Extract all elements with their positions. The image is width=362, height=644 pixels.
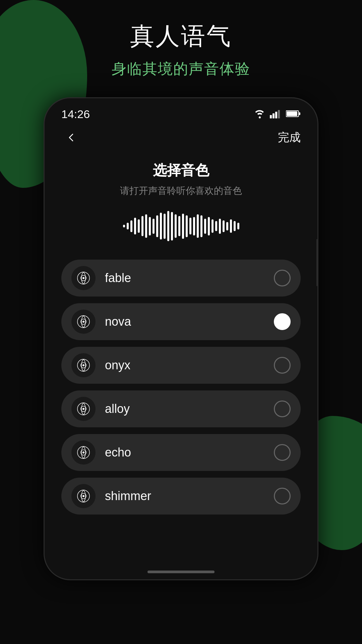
- svg-point-9: [82, 277, 84, 279]
- phone-frame: 14:26: [44, 97, 318, 580]
- svg-rect-1: [273, 113, 275, 118]
- radio-fable[interactable]: [274, 270, 291, 286]
- header-area: 真人语气 身临其境的声音体验: [0, 20, 362, 79]
- waveform-bar: [167, 211, 169, 241]
- page-subtitle: 请打开声音聆听你喜欢的音色: [45, 184, 317, 197]
- waveform-bar: [212, 219, 214, 233]
- waveform-bar: [200, 215, 202, 237]
- waveform-bar: [237, 223, 239, 229]
- waveform-bar: [178, 216, 180, 236]
- phone-side-button: [316, 239, 318, 286]
- status-icons: [254, 109, 301, 120]
- svg-rect-5: [299, 112, 300, 115]
- waveform-bar: [134, 218, 136, 234]
- header-subtitle: 身临其境的声音体验: [0, 59, 362, 79]
- voice-name-shimmer: shimmer: [96, 489, 274, 503]
- voice-icon-onyx: [71, 353, 96, 377]
- waveform-bar: [193, 217, 195, 235]
- radio-shimmer[interactable]: [274, 488, 291, 504]
- voice-item-fable[interactable]: fable: [61, 260, 301, 297]
- svg-point-24: [82, 495, 84, 497]
- voice-name-fable: fable: [96, 271, 274, 285]
- waveform-bar: [130, 220, 132, 232]
- waveform-bar: [234, 221, 236, 231]
- svg-point-18: [82, 408, 84, 410]
- voice-item-echo[interactable]: echo: [61, 434, 301, 471]
- voice-icon-echo: [71, 440, 96, 465]
- page-title-area: 选择音色 请打开声音聆听你喜欢的音色: [45, 154, 317, 203]
- waveform-bar: [141, 216, 143, 236]
- radio-alloy[interactable]: [274, 400, 291, 417]
- voice-icon-shimmer: [71, 484, 96, 508]
- voice-item-shimmer[interactable]: shimmer: [61, 478, 301, 515]
- waveform-bar: [189, 218, 191, 234]
- waveform-bar: [145, 214, 147, 238]
- voice-icon-nova: [71, 310, 96, 334]
- status-bar: 14:26: [45, 98, 317, 124]
- svg-rect-0: [270, 115, 272, 118]
- voice-name-alloy: alloy: [96, 402, 274, 416]
- waveform-bar: [197, 214, 199, 238]
- svg-rect-3: [278, 110, 280, 118]
- waveform-bar: [138, 219, 140, 233]
- waveform-bar: [164, 214, 166, 239]
- waveform-bar: [171, 212, 173, 240]
- voice-list: fable nova onyx alloy echo: [45, 250, 317, 525]
- waveform-bar: [208, 217, 210, 235]
- waveform-bar: [186, 215, 188, 237]
- svg-point-15: [82, 364, 84, 366]
- waveform-bar: [127, 223, 129, 229]
- header-title: 真人语气: [0, 20, 362, 52]
- waveform-bar: [182, 214, 184, 239]
- waveform-bar: [160, 213, 162, 239]
- voice-name-echo: echo: [96, 445, 274, 460]
- voice-icon-alloy: [71, 397, 96, 421]
- battery-icon: [286, 110, 301, 119]
- svg-point-21: [82, 451, 84, 453]
- radio-onyx[interactable]: [274, 357, 291, 374]
- waveform-bar: [230, 219, 232, 233]
- waveform-bar: [204, 219, 206, 234]
- radio-echo[interactable]: [274, 444, 291, 461]
- waveform-bar: [175, 214, 177, 238]
- svg-rect-2: [275, 112, 277, 118]
- status-time: 14:26: [61, 108, 90, 121]
- signal-icon: [270, 109, 282, 120]
- back-button[interactable]: [61, 127, 81, 148]
- waveform-bar: [223, 220, 225, 232]
- done-button[interactable]: 完成: [278, 130, 301, 145]
- waveform-bar: [156, 215, 158, 237]
- waveform-bar: [215, 221, 217, 231]
- nav-bar: 完成: [45, 124, 317, 154]
- voice-name-nova: nova: [96, 315, 274, 329]
- page-title: 选择音色: [45, 161, 317, 180]
- voice-item-nova[interactable]: nova: [61, 303, 301, 340]
- svg-rect-6: [287, 111, 297, 116]
- voice-item-onyx[interactable]: onyx: [61, 347, 301, 384]
- home-indicator: [147, 571, 215, 573]
- waveform-bar: [219, 219, 221, 234]
- voice-name-onyx: onyx: [96, 358, 274, 372]
- wifi-icon: [254, 109, 266, 120]
- radio-nova[interactable]: [274, 313, 291, 330]
- voice-item-alloy[interactable]: alloy: [61, 390, 301, 427]
- waveform: [45, 203, 317, 250]
- voice-icon-fable: [71, 266, 96, 290]
- waveform-bar: [226, 222, 228, 230]
- waveform-bar: [123, 225, 125, 227]
- waveform-bar: [149, 217, 151, 235]
- waveform-bar: [153, 219, 155, 234]
- svg-point-12: [82, 321, 84, 323]
